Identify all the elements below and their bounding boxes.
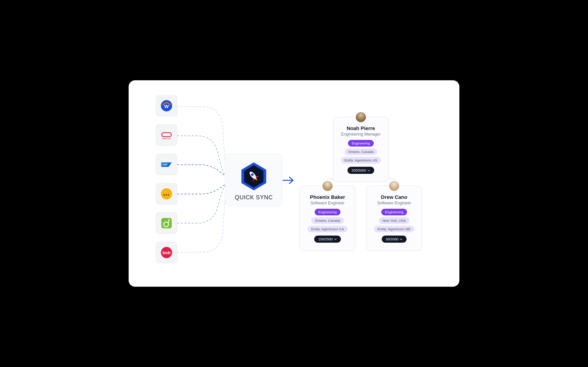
- entity-pill: Entity: Agentnoon ME: [374, 226, 414, 232]
- flow-arrow-icon: [282, 175, 295, 186]
- stats-value: 150/2500: [318, 237, 333, 241]
- department-pill: Engineering: [381, 209, 407, 215]
- chevron-down-icon: [400, 238, 402, 241]
- svg-text:bob: bob: [162, 250, 170, 255]
- svg-text:SAP: SAP: [162, 163, 168, 166]
- svg-text:W: W: [164, 104, 169, 109]
- location-pill: Ontario, Canada: [311, 217, 344, 224]
- quick-sync-hex-icon: [240, 161, 268, 191]
- svg-point-5: [161, 188, 172, 200]
- department-pill: Engineering: [348, 140, 374, 147]
- chevron-down-icon: [334, 238, 337, 241]
- workday-icon: W: [160, 99, 173, 112]
- org-card-report-0: Phoenix Baker Software Engineer Engineer…: [300, 186, 355, 250]
- department-pill: Engineering: [315, 209, 340, 215]
- integration-tile-bamboo: [156, 212, 177, 234]
- person-name: Phoenix Baker: [310, 194, 345, 200]
- svg-text:ORACLE: ORACLE: [162, 138, 171, 140]
- person-name: Noah Pierre: [346, 125, 375, 131]
- integration-tile-oracle: ORACLE: [156, 124, 177, 146]
- stats-value: 200/5000: [352, 168, 366, 172]
- person-role: Engineering Manager: [341, 132, 380, 137]
- sap-icon: SAP: [160, 158, 173, 171]
- stats-pill[interactable]: 50/2000: [382, 236, 406, 243]
- person-role: Software Engineer: [377, 201, 411, 206]
- avatar: [355, 112, 366, 123]
- integration-tile-sap: SAP: [156, 154, 177, 175]
- svg-rect-2: [162, 133, 171, 137]
- integration-tile-bob: bob: [156, 242, 177, 263]
- oracle-icon: ORACLE: [160, 129, 173, 142]
- bob-icon: bob: [160, 246, 173, 259]
- bamboo-icon: [160, 217, 173, 230]
- person-name: Drew Cano: [381, 194, 407, 200]
- entity-pill: Entity: Agentnoon US: [341, 157, 381, 164]
- avatar: [322, 181, 333, 192]
- person-role: Software Engineer: [311, 201, 345, 206]
- location-pill: Ontario, Canada: [345, 148, 377, 155]
- quick-sync-label: QUICK SYNC: [235, 194, 273, 201]
- entity-pill: Entity: Agentnoon CA: [308, 226, 348, 232]
- stats-value: 50/2000: [386, 237, 398, 241]
- stats-pill[interactable]: 200/5000: [347, 167, 374, 174]
- diagram-canvas: W ORACLE SAP: [129, 80, 459, 287]
- chevron-down-icon: [367, 169, 370, 172]
- location-pill: New York, USA: [379, 217, 410, 224]
- integration-tile-rippling: [156, 183, 177, 205]
- org-card-manager: Noah Pierre Engineering Manager Engineer…: [333, 117, 389, 181]
- stats-pill[interactable]: 150/2500: [314, 236, 341, 243]
- quick-sync-box: QUICK SYNC: [225, 154, 283, 206]
- integration-tile-workday: W: [156, 95, 177, 117]
- org-card-report-1: Drew Cano Software Engineer Engineering …: [367, 186, 422, 250]
- avatar: [389, 181, 400, 192]
- rippling-icon: [160, 187, 173, 200]
